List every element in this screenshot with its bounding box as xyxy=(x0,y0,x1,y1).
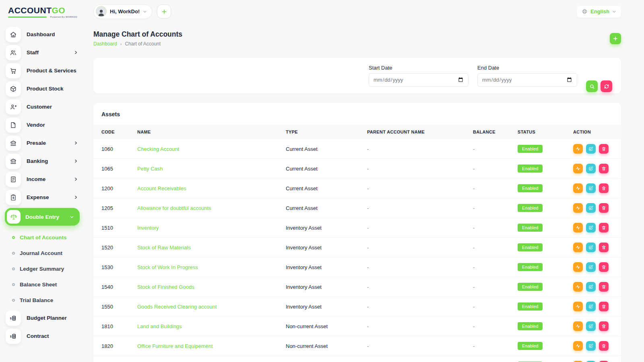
add-workspace-button[interactable] xyxy=(157,4,171,19)
edit-button[interactable] xyxy=(586,282,596,292)
delete-button[interactable] xyxy=(599,341,609,351)
edit-button[interactable] xyxy=(586,262,596,272)
sidebar-item-product-stock[interactable]: Product Stock xyxy=(0,80,85,98)
sidebar-item-staff[interactable]: Staff xyxy=(0,43,85,62)
sidebar-item-banking[interactable]: Banking xyxy=(0,152,85,170)
start-date-input[interactable] xyxy=(369,73,469,87)
sidebar-item-label: Customer xyxy=(27,104,78,110)
cell-code: 1510 xyxy=(101,225,113,231)
cell-parent-account: - xyxy=(367,225,369,231)
cell-type: Inventory Asset xyxy=(286,304,322,310)
activity-button[interactable] xyxy=(573,341,583,351)
account-name-link[interactable]: Land and Buildings xyxy=(137,323,182,329)
activity-button[interactable] xyxy=(573,144,583,154)
account-name-link[interactable]: Allowance for doubtful accounts xyxy=(137,205,211,211)
edit-button[interactable] xyxy=(586,341,596,351)
activity-button[interactable] xyxy=(573,282,583,292)
activity-icon xyxy=(576,206,580,210)
account-name-link[interactable]: Stock of Work In Progress xyxy=(137,264,198,270)
sidebar-item-dashboard[interactable]: Dashboard xyxy=(0,25,85,43)
cell-balance: - xyxy=(473,185,475,191)
breadcrumb-dashboard-link[interactable]: Dashboard xyxy=(93,41,117,47)
activity-button[interactable] xyxy=(573,262,583,272)
reset-button[interactable] xyxy=(601,80,612,92)
sidebar-item-trial-balance[interactable]: Trial Balance xyxy=(0,292,85,308)
delete-button[interactable] xyxy=(599,321,609,331)
status-badge: Enabled xyxy=(518,243,543,251)
user-menu-button[interactable]: Hi, WorkDo! xyxy=(93,4,152,19)
sidebar-item-label: Dashboard xyxy=(27,31,78,37)
delete-button[interactable] xyxy=(599,223,609,232)
activity-button[interactable] xyxy=(573,243,583,252)
trash-icon xyxy=(601,343,606,348)
table-row: 1060Checking AccountCurrent Asset--Enabl… xyxy=(93,139,621,159)
activity-button[interactable] xyxy=(573,302,583,311)
edit-button[interactable] xyxy=(586,243,596,252)
col-code: CODE xyxy=(93,125,137,139)
submenu-item-label: Trial Balance xyxy=(20,297,53,303)
delete-button[interactable] xyxy=(599,203,609,213)
sidebar-item-presale[interactable]: Presale xyxy=(0,134,85,152)
cell-code: 1820 xyxy=(101,343,113,349)
sidebar-item-ledger-summary[interactable]: Ledger Summary xyxy=(0,261,85,277)
edit-button[interactable] xyxy=(586,164,596,173)
sidebar-item-vendor[interactable]: Vendor xyxy=(0,116,85,134)
topbar: Hi, WorkDo! English xyxy=(93,0,621,23)
sidebar-item-chart-of-accounts[interactable]: Chart of Accounts xyxy=(0,230,85,245)
sidebar-item-contract[interactable]: $Contract xyxy=(0,327,85,345)
edit-icon xyxy=(588,265,593,269)
account-name-link[interactable]: Office Furniture and Equipement xyxy=(137,343,213,349)
edit-button[interactable] xyxy=(586,223,596,232)
activity-button[interactable] xyxy=(573,321,583,331)
user-plus-icon xyxy=(6,99,21,115)
language-selector[interactable]: English xyxy=(577,6,621,18)
delete-button[interactable] xyxy=(599,243,609,252)
sidebar-item-balance-sheet[interactable]: Balance Sheet xyxy=(0,277,85,292)
activity-button[interactable] xyxy=(573,223,583,232)
account-name-link[interactable]: Goods Received Clearing account xyxy=(137,304,217,310)
delete-button[interactable] xyxy=(599,302,609,311)
sidebar-item-budget-planner[interactable]: $Budget Planner xyxy=(0,309,85,327)
cell-type: Current Asset xyxy=(286,205,318,211)
chevron-right-icon xyxy=(74,141,78,145)
delete-button[interactable] xyxy=(599,262,609,272)
delete-button[interactable] xyxy=(599,183,609,193)
sidebar-item-expense[interactable]: $Expense xyxy=(0,188,85,206)
create-account-button[interactable] xyxy=(610,33,621,44)
account-name-link[interactable]: Checking Account xyxy=(137,146,179,152)
brand-logo[interactable]: ACCOUNTGO Powered By WORKDO xyxy=(0,0,85,18)
activity-button[interactable] xyxy=(573,203,583,213)
activity-button[interactable] xyxy=(573,164,583,173)
cell-code: 1550 xyxy=(101,304,113,310)
table-row: 1510InventoryInventory Asset--Enabled xyxy=(93,218,621,238)
delete-button[interactable] xyxy=(599,164,609,173)
end-date-input[interactable] xyxy=(477,73,577,87)
sidebar-item-journal-account[interactable]: Journal Account xyxy=(0,245,85,261)
edit-icon xyxy=(588,245,593,250)
sidebar-item-customer[interactable]: Customer xyxy=(0,98,85,116)
delete-button[interactable] xyxy=(599,144,609,154)
sidebar-group-double-entry[interactable]: Double Entry xyxy=(5,208,80,226)
sidebar-item-product-services[interactable]: Product & Services xyxy=(0,62,85,80)
search-button[interactable] xyxy=(586,80,598,92)
cell-code: 1540 xyxy=(101,284,113,290)
edit-button[interactable] xyxy=(586,321,596,331)
cell-parent-account: - xyxy=(367,185,369,191)
account-name-link[interactable]: Inventory xyxy=(137,225,159,231)
edit-icon xyxy=(588,304,593,309)
account-name-link[interactable]: Stock of Raw Materials xyxy=(137,245,191,251)
edit-button[interactable] xyxy=(586,203,596,213)
edit-button[interactable] xyxy=(586,302,596,311)
sidebar-item-income[interactable]: Income xyxy=(0,170,85,188)
delete-button[interactable] xyxy=(599,282,609,292)
edit-button[interactable] xyxy=(586,144,596,154)
account-name-link[interactable]: Account Receivables xyxy=(137,185,186,191)
table-row: 1825Accum.depreciation-Furn. and EquipNo… xyxy=(93,356,621,362)
end-date-label: End Date xyxy=(477,65,577,71)
activity-icon xyxy=(576,225,580,230)
account-name-link[interactable]: Petty Cash xyxy=(137,166,163,172)
edit-button[interactable] xyxy=(586,183,596,193)
cell-balance: - xyxy=(473,284,475,290)
account-name-link[interactable]: Stock of Finished Goods xyxy=(137,284,194,290)
activity-button[interactable] xyxy=(573,183,583,193)
